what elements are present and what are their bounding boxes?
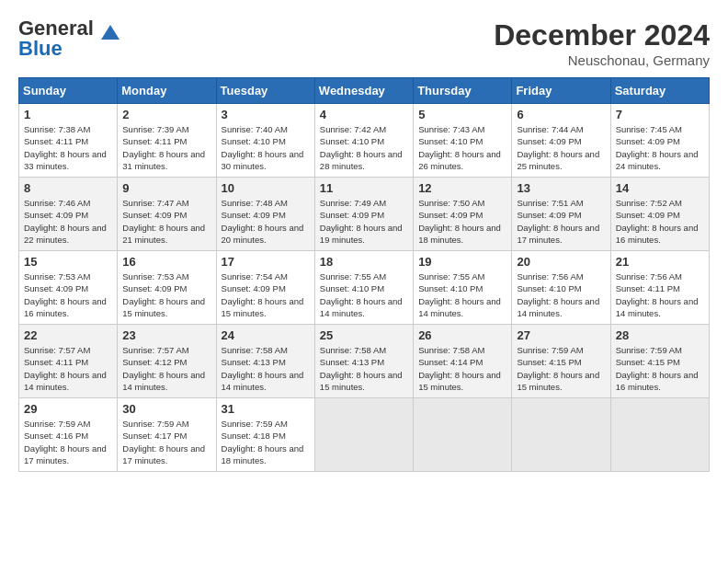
- col-sunday: Sunday: [19, 78, 118, 104]
- day-info: Sunrise: 7:58 AMSunset: 4:13 PMDaylight:…: [320, 344, 408, 393]
- page-header: GeneralBlue December 2024 Neuschonau, Ge…: [18, 18, 710, 68]
- day-info: Sunrise: 7:59 AMSunset: 4:15 PMDaylight:…: [517, 344, 605, 393]
- day-info: Sunrise: 7:44 AMSunset: 4:09 PMDaylight:…: [517, 123, 605, 172]
- day-number: 21: [616, 255, 704, 269]
- day-number: 6: [517, 108, 605, 121]
- logo-blue: Blue: [18, 37, 63, 60]
- calendar-week-row: 8 Sunrise: 7:46 AMSunset: 4:09 PMDayligh…: [19, 178, 710, 251]
- day-number: 17: [222, 255, 310, 269]
- table-row: 26 Sunrise: 7:58 AMSunset: 4:14 PMDaylig…: [414, 325, 512, 398]
- day-info: Sunrise: 7:56 AMSunset: 4:10 PMDaylight:…: [517, 270, 605, 319]
- col-monday: Monday: [118, 78, 216, 104]
- col-friday: Friday: [512, 78, 610, 104]
- table-row: 27 Sunrise: 7:59 AMSunset: 4:15 PMDaylig…: [512, 325, 610, 398]
- table-row: 12 Sunrise: 7:50 AMSunset: 4:09 PMDaylig…: [414, 178, 512, 251]
- table-row: 24 Sunrise: 7:58 AMSunset: 4:13 PMDaylig…: [216, 325, 314, 398]
- day-number: 23: [122, 328, 210, 342]
- day-info: Sunrise: 7:50 AMSunset: 4:09 PMDaylight:…: [418, 197, 506, 246]
- day-info: Sunrise: 7:42 AMSunset: 4:10 PMDaylight:…: [320, 123, 408, 172]
- day-info: Sunrise: 7:46 AMSunset: 4:09 PMDaylight:…: [24, 197, 112, 246]
- day-number: 25: [320, 328, 408, 342]
- table-row: 21 Sunrise: 7:56 AMSunset: 4:11 PMDaylig…: [610, 251, 709, 325]
- day-number: 2: [122, 108, 210, 121]
- day-info: Sunrise: 7:59 AMSunset: 4:15 PMDaylight:…: [616, 344, 704, 393]
- day-info: Sunrise: 7:54 AMSunset: 4:09 PMDaylight:…: [222, 270, 310, 319]
- table-row: 22 Sunrise: 7:57 AMSunset: 4:11 PMDaylig…: [19, 325, 118, 398]
- calendar-week-row: 1 Sunrise: 7:38 AMSunset: 4:11 PMDayligh…: [19, 104, 710, 178]
- day-info: Sunrise: 7:58 AMSunset: 4:13 PMDaylight:…: [222, 344, 310, 393]
- col-saturday: Saturday: [610, 78, 709, 104]
- day-number: 10: [222, 181, 310, 195]
- table-row: 30 Sunrise: 7:59 AMSunset: 4:17 PMDaylig…: [118, 398, 216, 472]
- day-info: Sunrise: 7:45 AMSunset: 4:09 PMDaylight:…: [616, 123, 704, 172]
- day-info: Sunrise: 7:57 AMSunset: 4:12 PMDaylight:…: [122, 344, 210, 393]
- day-number: 1: [24, 108, 112, 121]
- day-info: Sunrise: 7:51 AMSunset: 4:09 PMDaylight:…: [517, 197, 605, 246]
- table-row: [314, 398, 413, 472]
- day-number: 24: [222, 328, 310, 342]
- title-block: December 2024 Neuschonau, Germany: [494, 18, 710, 68]
- table-row: 19 Sunrise: 7:55 AMSunset: 4:10 PMDaylig…: [414, 251, 512, 325]
- day-number: 11: [320, 181, 408, 195]
- day-info: Sunrise: 7:47 AMSunset: 4:09 PMDaylight:…: [122, 197, 210, 246]
- table-row: 7 Sunrise: 7:45 AMSunset: 4:09 PMDayligh…: [610, 104, 709, 178]
- day-info: Sunrise: 7:52 AMSunset: 4:09 PMDaylight:…: [616, 197, 704, 246]
- table-row: 28 Sunrise: 7:59 AMSunset: 4:15 PMDaylig…: [610, 325, 709, 398]
- table-row: 9 Sunrise: 7:47 AMSunset: 4:09 PMDayligh…: [118, 178, 216, 251]
- day-info: Sunrise: 7:39 AMSunset: 4:11 PMDaylight:…: [122, 123, 210, 172]
- day-number: 8: [24, 181, 112, 195]
- day-number: 15: [24, 255, 112, 269]
- table-row: 23 Sunrise: 7:57 AMSunset: 4:12 PMDaylig…: [118, 325, 216, 398]
- day-number: 12: [418, 181, 506, 195]
- table-row: 29 Sunrise: 7:59 AMSunset: 4:16 PMDaylig…: [19, 398, 118, 472]
- day-number: 20: [517, 255, 605, 269]
- day-number: 26: [418, 328, 506, 342]
- day-number: 18: [320, 255, 408, 269]
- day-number: 30: [122, 402, 210, 416]
- col-wednesday: Wednesday: [314, 78, 413, 104]
- logo-icon: [97, 21, 123, 47]
- day-number: 4: [320, 108, 408, 121]
- day-info: Sunrise: 7:59 AMSunset: 4:18 PMDaylight:…: [222, 418, 310, 466]
- table-row: 17 Sunrise: 7:54 AMSunset: 4:09 PMDaylig…: [216, 251, 314, 325]
- day-number: 19: [418, 255, 506, 269]
- table-row: 2 Sunrise: 7:39 AMSunset: 4:11 PMDayligh…: [118, 104, 216, 178]
- day-info: Sunrise: 7:59 AMSunset: 4:16 PMDaylight:…: [24, 418, 112, 466]
- table-row: 3 Sunrise: 7:40 AMSunset: 4:10 PMDayligh…: [216, 104, 314, 178]
- table-row: 10 Sunrise: 7:48 AMSunset: 4:09 PMDaylig…: [216, 178, 314, 251]
- table-row: [414, 398, 512, 472]
- col-thursday: Thursday: [414, 78, 512, 104]
- day-number: 27: [517, 328, 605, 342]
- table-row: 8 Sunrise: 7:46 AMSunset: 4:09 PMDayligh…: [19, 178, 118, 251]
- day-number: 16: [122, 255, 210, 269]
- day-info: Sunrise: 7:43 AMSunset: 4:10 PMDaylight:…: [418, 123, 506, 172]
- table-row: 13 Sunrise: 7:51 AMSunset: 4:09 PMDaylig…: [512, 178, 610, 251]
- table-row: [512, 398, 610, 472]
- calendar-week-row: 29 Sunrise: 7:59 AMSunset: 4:16 PMDaylig…: [19, 398, 710, 472]
- calendar-table: Sunday Monday Tuesday Wednesday Thursday…: [18, 77, 710, 472]
- table-row: 6 Sunrise: 7:44 AMSunset: 4:09 PMDayligh…: [512, 104, 610, 178]
- table-row: 11 Sunrise: 7:49 AMSunset: 4:09 PMDaylig…: [314, 178, 413, 251]
- day-info: Sunrise: 7:38 AMSunset: 4:11 PMDaylight:…: [24, 123, 112, 172]
- table-row: 16 Sunrise: 7:53 AMSunset: 4:09 PMDaylig…: [118, 251, 216, 325]
- day-info: Sunrise: 7:48 AMSunset: 4:09 PMDaylight:…: [222, 197, 310, 246]
- day-info: Sunrise: 7:53 AMSunset: 4:09 PMDaylight:…: [24, 270, 112, 319]
- day-number: 5: [418, 108, 506, 121]
- calendar-week-row: 22 Sunrise: 7:57 AMSunset: 4:11 PMDaylig…: [19, 325, 710, 398]
- table-row: 14 Sunrise: 7:52 AMSunset: 4:09 PMDaylig…: [610, 178, 709, 251]
- day-info: Sunrise: 7:59 AMSunset: 4:17 PMDaylight:…: [122, 418, 210, 466]
- day-info: Sunrise: 7:57 AMSunset: 4:11 PMDaylight:…: [24, 344, 112, 393]
- day-number: 9: [122, 181, 210, 195]
- header-row: Sunday Monday Tuesday Wednesday Thursday…: [19, 78, 710, 104]
- day-info: Sunrise: 7:58 AMSunset: 4:14 PMDaylight:…: [418, 344, 506, 393]
- location: Neuschonau, Germany: [494, 52, 710, 68]
- day-info: Sunrise: 7:40 AMSunset: 4:10 PMDaylight:…: [222, 123, 310, 172]
- day-number: 3: [222, 108, 310, 121]
- table-row: 4 Sunrise: 7:42 AMSunset: 4:10 PMDayligh…: [314, 104, 413, 178]
- table-row: 25 Sunrise: 7:58 AMSunset: 4:13 PMDaylig…: [314, 325, 413, 398]
- table-row: 20 Sunrise: 7:56 AMSunset: 4:10 PMDaylig…: [512, 251, 610, 325]
- table-row: 31 Sunrise: 7:59 AMSunset: 4:18 PMDaylig…: [216, 398, 314, 472]
- calendar-week-row: 15 Sunrise: 7:53 AMSunset: 4:09 PMDaylig…: [19, 251, 710, 325]
- table-row: [610, 398, 709, 472]
- day-info: Sunrise: 7:56 AMSunset: 4:11 PMDaylight:…: [616, 270, 704, 319]
